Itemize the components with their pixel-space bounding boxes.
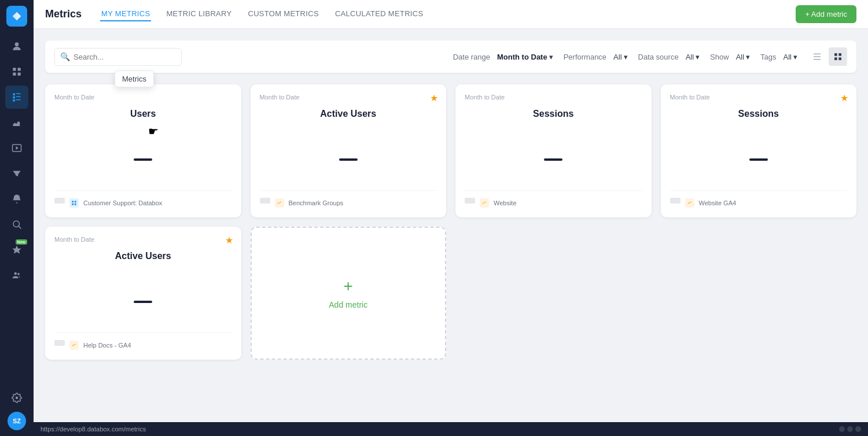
card-source-badge [275, 198, 284, 208]
card-data-source-icon [260, 198, 270, 204]
card-data-source-icon [54, 198, 65, 204]
card-star[interactable]: ★ [225, 235, 233, 246]
date-range-label: Date range [453, 53, 490, 61]
svg-rect-20 [814, 59, 821, 60]
app-logo[interactable] [6, 6, 27, 27]
performance-label: Performance [564, 53, 606, 61]
svg-rect-4 [18, 73, 21, 76]
page-title: Metrics [45, 8, 82, 20]
content-area: Metrics ☛ 🔍 Date range Month to Date ▾ P… [34, 29, 868, 422]
search-wrapper: 🔍 [54, 48, 182, 66]
date-range-dropdown[interactable]: Month to Date ▾ [494, 50, 557, 64]
svg-rect-5 [13, 93, 15, 95]
svg-rect-28 [75, 204, 76, 205]
search-input[interactable] [54, 48, 182, 66]
data-source-dropdown[interactable]: All ▾ [682, 50, 703, 64]
metric-card-sessions[interactable]: Month to Date Sessions Website [455, 84, 652, 217]
svg-point-0 [15, 42, 19, 46]
card-source-badge [685, 198, 694, 208]
sidebar-item-funnels[interactable] [5, 162, 28, 185]
tab-custom-metrics[interactable]: CUSTOM METRICS [247, 7, 319, 21]
card-star[interactable]: ★ [430, 93, 438, 104]
sidebar-item-media[interactable] [5, 136, 28, 160]
metric-card-users[interactable]: Month to Date Users Customer Support: Da… [45, 84, 241, 217]
add-metric-card[interactable]: + Add metric [251, 227, 447, 360]
svg-rect-27 [72, 204, 73, 205]
metrics-cards-grid: Month to Date Users Customer Support: Da… [45, 84, 856, 360]
tags-value: All [784, 53, 792, 61]
svg-rect-22 [838, 53, 841, 56]
performance-value: All [613, 53, 621, 61]
add-metric-label: Add metric [329, 300, 367, 309]
list-view-button[interactable] [808, 47, 826, 66]
svg-rect-3 [13, 73, 16, 76]
add-metric-button[interactable]: + Add metric [796, 5, 856, 23]
svg-point-17 [17, 273, 20, 275]
sidebar-item-person[interactable] [5, 35, 28, 58]
card-title: Users [54, 109, 232, 119]
grid-view-button[interactable] [829, 47, 847, 66]
svg-rect-19 [814, 56, 821, 57]
tags-filter: Tags All ▾ [760, 50, 801, 64]
sidebar-item-dashboard[interactable] [5, 60, 28, 83]
card-footer: Help Docs - GA4 [54, 332, 232, 350]
card-value-dash [544, 158, 562, 161]
card-title: Sessions [670, 109, 848, 119]
card-star[interactable]: ★ [840, 93, 848, 104]
card-value-area [54, 273, 232, 330]
add-metric-plus-icon: + [344, 277, 353, 295]
card-footer: Benchmark Groups [260, 190, 437, 208]
svg-rect-2 [18, 68, 21, 71]
card-source-name: Benchmark Groups [289, 199, 344, 206]
card-value-area [54, 131, 232, 188]
performance-dropdown[interactable]: All ▾ [610, 50, 631, 64]
data-source-label: Data source [638, 53, 679, 61]
card-title: Sessions [465, 109, 642, 119]
sidebar-item-settings[interactable] [5, 386, 28, 409]
sidebar-item-alerts[interactable] [5, 187, 28, 210]
new-badge: New [16, 239, 27, 245]
data-source-chevron: ▾ [696, 53, 700, 61]
card-value-area [670, 131, 848, 188]
sidebar-item-new[interactable]: New [5, 238, 28, 261]
svg-rect-24 [838, 57, 841, 60]
sidebar-item-team[interactable] [5, 264, 28, 287]
card-source-badge [69, 341, 79, 350]
svg-point-13 [13, 221, 20, 227]
tags-dropdown[interactable]: All ▾ [780, 50, 801, 64]
sidebar-item-metrics[interactable] [5, 86, 28, 109]
metric-card-active-users-2[interactable]: Month to Date ★ Active Users Help Docs -… [45, 227, 241, 360]
svg-marker-12 [16, 146, 19, 150]
card-value-dash [134, 158, 152, 161]
svg-marker-15 [13, 246, 21, 254]
tab-calculated-metrics[interactable]: CALCULATED METRICS [334, 7, 425, 21]
main-content: Metrics MY METRICS METRIC LIBRARY CUSTOM… [34, 0, 868, 436]
card-date-range: Month to Date [54, 94, 232, 101]
card-source-name: Website [494, 199, 517, 206]
show-dropdown[interactable]: All ▾ [733, 50, 753, 64]
card-title: Active Users [260, 109, 437, 119]
sidebar-item-analytics[interactable] [5, 111, 28, 134]
data-source-value: All [686, 53, 694, 61]
tab-metric-library[interactable]: METRIC LIBRARY [165, 7, 233, 21]
user-avatar[interactable]: SZ [8, 412, 26, 430]
svg-rect-10 [16, 99, 21, 101]
filters-bar: 🔍 Date range Month to Date ▾ Performance… [45, 40, 856, 73]
date-range-chevron: ▾ [549, 53, 553, 61]
performance-filter: Performance All ▾ [564, 50, 631, 64]
metric-card-sessions-ga4[interactable]: Month to Date ★ Sessions Website GA4 [661, 84, 857, 217]
svg-rect-26 [75, 201, 76, 202]
date-range-filter: Date range Month to Date ▾ [453, 50, 557, 64]
svg-point-16 [14, 272, 17, 275]
card-title: Active Users [54, 251, 232, 261]
tab-my-metrics[interactable]: MY METRICS [100, 7, 151, 21]
show-filter: Show All ▾ [710, 50, 753, 64]
show-label: Show [710, 53, 729, 61]
card-source-badge [480, 198, 489, 208]
card-date-range: Month to Date [465, 94, 642, 101]
card-value-dash [749, 158, 768, 161]
metric-card-active-users[interactable]: Month to Date ★ Active Users Benchmark G… [251, 84, 447, 217]
status-dot-3 [855, 426, 861, 432]
status-dot-2 [847, 426, 853, 432]
sidebar-item-search[interactable] [5, 213, 28, 236]
